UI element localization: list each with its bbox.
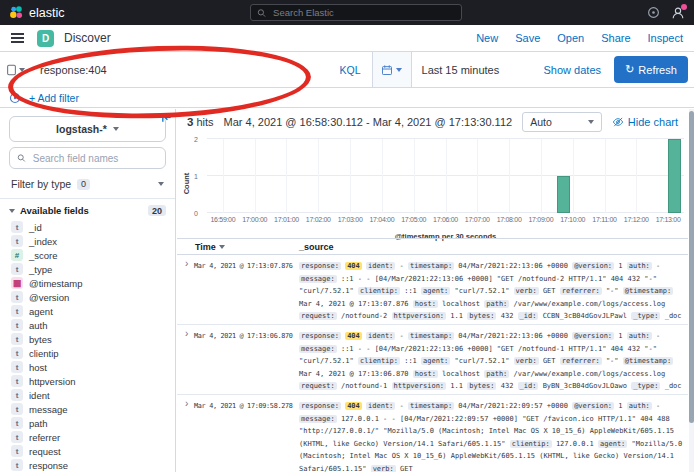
field-item-path[interactable]: tpath [0,416,175,430]
menu-icon[interactable] [11,33,24,43]
nav-link-new[interactable]: New [476,32,498,44]
query-language-button[interactable]: KQL [329,52,372,87]
table-row[interactable]: ›Mar 4, 2021 @ 17:13:07.876response: 404… [177,255,688,325]
nav-link-save[interactable]: Save [515,32,540,44]
x-gridline [414,139,415,213]
x-tick-label: 17:05:00 [401,216,426,223]
source-field-badge: ident: [366,262,395,270]
histogram-bar[interactable] [668,139,681,213]
source-field-badge: clientip: [358,287,400,295]
y-tick-label: 0 [194,210,198,217]
refresh-button[interactable]: ↻ Refresh [614,56,688,83]
x-gridline [286,139,287,213]
interval-select[interactable]: Auto [522,112,602,132]
field-label: referrer [29,432,60,443]
filter-by-type[interactable]: Filter by type 0 [0,174,175,199]
field-item-@timestamp[interactable]: ▦@timestamp [0,276,175,290]
expand-row-icon[interactable]: › [185,328,188,339]
x-gridline [605,139,606,213]
field-item-agent[interactable]: tagent [0,304,175,318]
elastic-logo[interactable]: elastic [9,5,64,20]
saved-query-menu[interactable] [0,52,30,87]
time-column-header[interactable]: Time [195,242,225,252]
field-item-_id[interactable]: t_id [0,220,175,234]
help-icon[interactable] [647,6,660,19]
x-gridline [223,139,224,213]
field-item-response[interactable]: tresponse [0,458,175,472]
x-gridline [509,139,510,213]
source-value: localhost [442,300,480,308]
table-row[interactable]: ›Mar 4, 2021 @ 17:13:06.870response: 404… [177,325,688,395]
field-item-auth[interactable]: tauth [0,318,175,332]
field-search[interactable] [9,147,166,169]
source-value: /var/www/example.com/logs/access.log [514,300,666,308]
x-tick-label: 17:11:00 [592,216,616,223]
field-sidebar: logstash-* Filter by type 0 Available fi… [0,109,176,472]
nav-link-open[interactable]: Open [557,32,584,44]
source-value: 04/Mar/2021:22:09:57 +0000 [458,402,568,410]
collapse-sidebar-icon[interactable] [161,112,172,123]
show-dates-button[interactable]: Show dates [544,52,614,87]
chevron-down-icon [9,209,15,213]
field-item-host[interactable]: thost [0,360,175,374]
hits-count: 3 hits [187,116,214,128]
field-item-clientip[interactable]: tclientip [0,346,175,360]
field-item-@version[interactable]: t@version [0,290,175,304]
source-value: Mar 4, 2021 @ 17:13:06.870 [299,370,409,378]
nav-link-share[interactable]: Share [601,32,630,44]
highlighted-value: 404 [345,262,362,270]
source-field-badge: auth: [627,332,652,340]
time-range-label: Mar 4, 2021 @ 16:58:30.112 - Mar 4, 2021… [224,116,513,128]
field-search-input[interactable] [31,152,158,165]
source-field-badge: httpversion: [392,312,447,320]
string-field-icon: t [11,361,23,373]
discover-app-badge[interactable]: D [37,30,54,47]
saved-query-icon [6,64,17,76]
field-item-_score[interactable]: #_score [0,248,175,262]
index-pattern-select[interactable]: logstash-* [9,116,166,142]
global-search[interactable] [250,4,462,21]
query-input[interactable] [38,63,329,77]
field-item-request[interactable]: trequest [0,444,175,458]
filter-options-icon[interactable] [9,92,21,104]
nav-link-inspect[interactable]: Inspect [648,32,683,44]
available-fields-header[interactable]: Available fields 20 [0,199,175,220]
source-value: 04/Mar/2021:22:13:06 +0000 [458,262,568,270]
scrollbar-track [689,109,694,472]
x-tick-label: 17:06:00 [433,216,458,223]
source-value: 1 [618,262,622,270]
histogram-bar[interactable] [557,176,570,213]
source-field-badge: @timestamp: [623,287,673,295]
x-gridline [446,139,447,213]
expand-row-icon[interactable]: › [185,398,188,409]
highlighted-value: 404 [345,402,362,410]
string-field-icon: t [11,319,23,331]
table-row[interactable]: ›Mar 4, 2021 @ 17:09:58.278response: 404… [177,395,688,472]
field-item-httpversion[interactable]: thttpversion [0,374,175,388]
field-item-bytes[interactable]: tbytes [0,332,175,346]
expand-row-icon[interactable]: › [185,258,188,269]
field-item-_index[interactable]: t_index [0,234,175,248]
source-field-badge: request: [299,312,337,320]
global-search-input[interactable] [271,6,455,19]
time-range-display[interactable]: Last 15 minutes [411,52,544,87]
scrollbar-thumb[interactable] [689,111,694,423]
search-icon [257,8,266,18]
source-field-badge: referrer: [560,287,602,295]
source-value: - [400,262,404,270]
elastic-logo-icon [9,5,24,20]
source-field-badge: verb: [514,287,539,295]
field-label: clientip [29,348,59,359]
source-field-badge: response: [299,332,341,340]
source-field-badge: ident: [366,402,395,410]
field-label: httpversion [29,376,75,387]
field-item-referrer[interactable]: treferrer [0,430,175,444]
user-avatar[interactable] [671,6,685,20]
add-filter-button[interactable]: + Add filter [29,92,79,104]
field-item-ident[interactable]: tident [0,388,175,402]
row-source: response: 404 ident: - timestamp: 04/Mar… [299,260,684,325]
date-picker-menu[interactable] [372,52,411,87]
field-item-message[interactable]: tmessage [0,402,175,416]
field-item-_type[interactable]: t_type [0,262,175,276]
hide-chart-button[interactable]: Hide chart [612,116,678,128]
